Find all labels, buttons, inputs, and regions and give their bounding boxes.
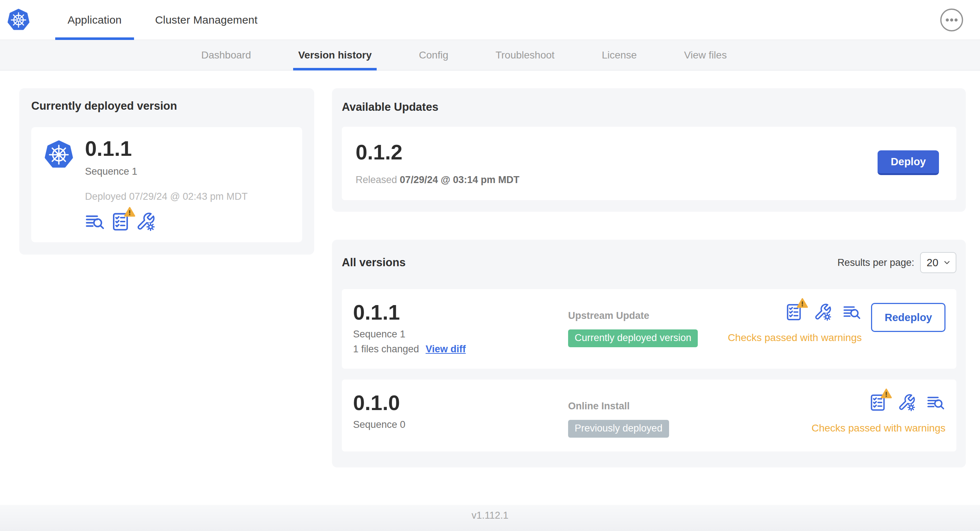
edit-config-icon[interactable]: [897, 393, 916, 412]
available-updates-title: Available Updates: [342, 100, 956, 114]
tab-config-label: Config: [419, 49, 448, 61]
edit-config-icon[interactable]: [136, 212, 156, 231]
version-number: 0.1.0: [353, 392, 568, 414]
version-source: Upstream Update: [568, 310, 698, 321]
results-per-page-label: Results per page:: [837, 257, 914, 269]
deployed-version-actions: [85, 212, 248, 231]
currently-deployed-details: 0.1.1 Sequence 1 Deployed 07/29/24 @ 02:…: [85, 137, 248, 231]
tab-troubleshoot-label: Troubleshoot: [495, 49, 554, 61]
icons-row: [869, 393, 945, 412]
released-label: Released: [356, 174, 397, 185]
tab-version-history[interactable]: Version history: [298, 40, 372, 70]
version-source-block: Upstream Update Currently deployed versi…: [568, 302, 698, 347]
deploy-button[interactable]: Deploy: [878, 150, 939, 175]
preflight-checks-warning-icon[interactable]: [784, 303, 803, 321]
release-notes-icon[interactable]: [927, 393, 945, 412]
page-footer: v1.112.1: [0, 505, 980, 531]
deployed-version-number: 0.1.1: [85, 137, 248, 160]
version-source-block: Online Install Previously deployed: [568, 392, 669, 438]
version-action-icons: Checks passed with warnings: [728, 303, 862, 343]
status-badge: Previously deployed: [568, 420, 669, 438]
update-version-number: 0.1.2: [356, 140, 519, 164]
kubernetes-app-icon: [44, 140, 73, 169]
currently-deployed-title: Currently deployed version: [31, 100, 302, 113]
currently-deployed-card: 0.1.1 Sequence 1 Deployed 07/29/24 @ 02:…: [31, 127, 302, 242]
version-sequence: Sequence 1: [353, 329, 568, 340]
results-per-page-value: 20: [927, 257, 938, 269]
all-versions-title: All versions: [342, 256, 406, 269]
header-tabs: Application Cluster Management: [51, 0, 274, 40]
version-row-0-1-0: 0.1.0 Sequence 0 Online Install Previous…: [342, 380, 956, 452]
tab-view-files-label: View files: [684, 49, 727, 61]
version-actions: Checks passed with warnings: [811, 392, 945, 434]
status-badge: Currently deployed version: [568, 329, 698, 347]
version-sequence: Sequence 0: [353, 419, 568, 431]
version-number: 0.1.1: [353, 302, 568, 324]
right-column: Available Updates 0.1.2 Released 07/29/2…: [332, 88, 966, 467]
redeploy-button[interactable]: Redeploy: [871, 303, 945, 332]
update-details: 0.1.2 Released 07/29/24 @ 03:14 pm MDT: [356, 140, 519, 186]
version-info: 0.1.0 Sequence 0: [353, 392, 568, 431]
warning-triangle-icon: [880, 388, 893, 400]
available-updates-panel: Available Updates 0.1.2 Released 07/29/2…: [332, 88, 966, 212]
release-notes-icon[interactable]: [843, 303, 861, 321]
main-content: Currently deployed version 0.1.1 Sequen: [0, 70, 980, 467]
deployed-sequence: Sequence 1: [85, 166, 248, 177]
header-tab-application[interactable]: Application: [51, 0, 138, 40]
header-tab-cluster-management-label: Cluster Management: [155, 14, 258, 26]
tab-view-files[interactable]: View files: [684, 40, 727, 70]
all-versions-header: All versions Results per page: 20: [342, 252, 956, 273]
version-info: 0.1.1 Sequence 1 1 files changed View di…: [353, 302, 568, 355]
preflight-checks-status[interactable]: Checks passed with warnings: [811, 422, 945, 434]
kubernetes-logo: [7, 9, 30, 31]
app-header: Application Cluster Management: [0, 0, 980, 40]
preflight-checks-warning-icon[interactable]: [110, 212, 130, 231]
chevron-down-icon: [943, 258, 951, 267]
admin-console-version: v1.112.1: [471, 510, 509, 521]
icons-row: [784, 303, 862, 321]
files-changed-text: 1 files changed: [353, 343, 419, 355]
update-released-line: Released 07/29/24 @ 03:14 pm MDT: [356, 174, 519, 186]
version-row-0-1-1: 0.1.1 Sequence 1 1 files changed View di…: [342, 289, 956, 369]
view-diff-link[interactable]: View diff: [426, 343, 466, 355]
version-action-icons: Checks passed with warnings: [811, 393, 945, 434]
preflight-checks-warning-icon[interactable]: [869, 393, 887, 412]
header-tab-cluster-management[interactable]: Cluster Management: [138, 0, 274, 40]
currently-deployed-panel: Currently deployed version 0.1.1 Sequen: [19, 88, 314, 254]
preflight-checks-status[interactable]: Checks passed with warnings: [728, 332, 862, 343]
tab-config[interactable]: Config: [419, 40, 448, 70]
tab-dashboard-label: Dashboard: [201, 49, 251, 61]
header-tab-application-label: Application: [68, 14, 122, 26]
all-versions-panel: All versions Results per page: 20: [332, 240, 966, 467]
ellipsis-icon[interactable]: [939, 8, 964, 32]
results-per-page: Results per page: 20: [837, 252, 956, 273]
tab-license[interactable]: License: [602, 40, 637, 70]
app-subnav: Dashboard Version history Config Trouble…: [0, 40, 980, 70]
released-timestamp: 07/29/24 @ 03:14 pm MDT: [400, 174, 519, 185]
version-source: Online Install: [568, 401, 669, 412]
version-actions: Checks passed with warnings Redeploy: [728, 302, 945, 343]
files-changed-line: 1 files changed View diff: [353, 343, 568, 355]
tab-troubleshoot[interactable]: Troubleshoot: [495, 40, 554, 70]
warning-triangle-icon: [123, 206, 136, 218]
version-history-page: Application Cluster Management Dashboard…: [0, 0, 980, 531]
tab-dashboard[interactable]: Dashboard: [201, 40, 251, 70]
results-per-page-select[interactable]: 20: [920, 252, 956, 273]
update-card: 0.1.2 Released 07/29/24 @ 03:14 pm MDT D…: [342, 127, 956, 200]
deployed-timestamp: Deployed 07/29/24 @ 02:43 pm MDT: [85, 191, 248, 202]
tab-version-history-label: Version history: [298, 49, 372, 61]
warning-triangle-icon: [796, 297, 809, 310]
tab-license-label: License: [602, 49, 637, 61]
release-notes-icon[interactable]: [85, 212, 105, 231]
edit-config-icon[interactable]: [814, 303, 832, 321]
